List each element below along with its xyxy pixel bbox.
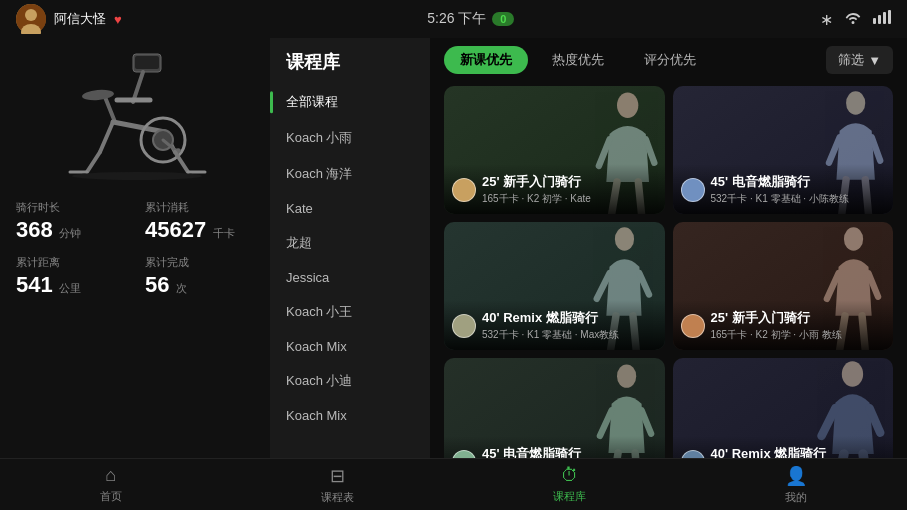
course-list-item-8[interactable]: Koach 小迪 bbox=[270, 363, 430, 399]
svg-point-30 bbox=[846, 91, 865, 114]
svg-point-1 bbox=[25, 9, 37, 21]
course-card-title-1: 45' 电音燃脂骑行 bbox=[711, 174, 849, 190]
course-list-item-5[interactable]: Jessica bbox=[270, 261, 430, 294]
course-card-info-2: 40' Remix 燃脂骑行 532千卡 · K1 零基础 · Max教练 bbox=[482, 310, 619, 342]
bottom-nav-items: ⌂ 首页 ⊟ 课程表 ⏱ 课程库 👤 我的 bbox=[0, 461, 907, 509]
bluetooth-icon: ∗ bbox=[820, 10, 833, 29]
course-card-header-0: 25' 新手入门骑行 165千卡 · K2 初学 · Kate bbox=[452, 174, 655, 206]
course-card-info-1: 45' 电音燃脂骑行 532千卡 · K1 零基础 · 小陈教练 bbox=[711, 174, 849, 206]
nav-icon-0: ⌂ bbox=[105, 465, 116, 486]
username-label: 阿信大怪 bbox=[54, 10, 106, 28]
nav-label-0: 首页 bbox=[100, 489, 122, 504]
course-list: 全部课程Koach 小雨Koach 海洋Kate龙超JessicaKoach 小… bbox=[270, 84, 430, 432]
svg-line-37 bbox=[639, 273, 649, 294]
sort-filter-button[interactable]: 筛选 ▼ bbox=[826, 46, 893, 74]
nav-item-课程表[interactable]: ⊟ 课程表 bbox=[301, 461, 374, 509]
course-card-1[interactable]: 45' 电音燃脂骑行 532千卡 · K1 零基础 · 小陈教练 bbox=[673, 86, 894, 214]
svg-point-25 bbox=[617, 92, 638, 118]
svg-line-13 bbox=[113, 122, 165, 132]
course-card-meta-1: 532千卡 · K1 零基础 · 小陈教练 bbox=[711, 192, 849, 206]
svg-line-20 bbox=[87, 152, 100, 172]
svg-rect-8 bbox=[135, 56, 159, 69]
course-card-2[interactable]: 40' Remix 燃脂骑行 532千卡 · K1 零基础 · Max教练 bbox=[444, 222, 665, 350]
course-card-overlay-3: 25' 新手入门骑行 165千卡 · K2 初学 · 小雨 教练 bbox=[673, 300, 894, 350]
course-list-item-6[interactable]: Koach 小王 bbox=[270, 294, 430, 330]
filter-icon: ▼ bbox=[868, 53, 881, 68]
course-card-4[interactable]: 45' 电音燃脂骑行 532千卡 · K1 零基础 · 小陈教练 bbox=[444, 358, 665, 458]
course-card-3[interactable]: 25' 新手入门骑行 165千卡 · K2 初学 · 小雨 教练 bbox=[673, 222, 894, 350]
course-list-item-1[interactable]: Koach 小雨 bbox=[270, 120, 430, 156]
course-card-overlay-0: 25' 新手入门骑行 165千卡 · K2 初学 · Kate bbox=[444, 164, 665, 214]
left-panel: 骑行时长 368 分钟 累计消耗 45627 千卡 累计距离 541 公里 bbox=[0, 38, 270, 458]
filter-btn-0[interactable]: 新课优先 bbox=[444, 46, 528, 74]
stat-label-distance: 累计距离 bbox=[16, 255, 125, 270]
bike-image bbox=[35, 42, 235, 192]
course-card-meta-2: 532千卡 · K1 零基础 · Max教练 bbox=[482, 328, 619, 342]
course-card-header-1: 45' 电音燃脂骑行 532千卡 · K1 零基础 · 小陈教练 bbox=[681, 174, 884, 206]
nav-item-我的[interactable]: 👤 我的 bbox=[765, 461, 827, 509]
course-card-header-2: 40' Remix 燃脂骑行 532千卡 · K1 零基础 · Max教练 bbox=[452, 310, 655, 342]
stat-distance: 累计距离 541 公里 bbox=[16, 255, 125, 298]
nav-item-首页[interactable]: ⌂ 首页 bbox=[80, 461, 142, 509]
stat-value-distance: 541 bbox=[16, 272, 53, 297]
trainer-avatar-4 bbox=[452, 450, 476, 458]
svg-line-14 bbox=[100, 122, 113, 152]
svg-line-22 bbox=[175, 152, 188, 172]
top-bar-center: 5:26 下午 0 bbox=[427, 10, 514, 28]
svg-line-36 bbox=[596, 273, 609, 299]
filter-btn-1[interactable]: 热度优先 bbox=[536, 46, 620, 74]
nav-label-2: 课程库 bbox=[553, 489, 586, 504]
course-card-title-4: 45' 电音燃脂骑行 bbox=[482, 446, 620, 458]
stat-value-ride-duration: 368 bbox=[16, 217, 53, 242]
heart-icon: ♥ bbox=[114, 12, 122, 27]
stat-label-completions: 累计完成 bbox=[145, 255, 254, 270]
stat-ride-duration: 骑行时长 368 分钟 bbox=[16, 200, 125, 243]
course-list-item-4[interactable]: 龙超 bbox=[270, 225, 430, 261]
stat-calories: 累计消耗 45627 千卡 bbox=[145, 200, 254, 243]
top-bar: 阿信大怪 ♥ 5:26 下午 0 ∗ bbox=[0, 0, 907, 38]
stat-value-completions: 56 bbox=[145, 272, 169, 297]
course-card-meta-3: 165千卡 · K2 初学 · 小雨 教练 bbox=[711, 328, 842, 342]
trainer-avatar-2 bbox=[452, 314, 476, 338]
svg-point-12 bbox=[82, 89, 115, 102]
svg-rect-3 bbox=[873, 18, 876, 24]
nav-icon-3: 👤 bbox=[785, 465, 807, 487]
course-card-header-3: 25' 新手入门骑行 165千卡 · K2 初学 · 小雨 教练 bbox=[681, 310, 884, 342]
course-card-title-5: 40' Remix 燃脂骑行 bbox=[711, 446, 848, 458]
course-card-5[interactable]: 40' Remix 燃脂骑行 532千卡 · K1 零基础 · Max教练 bbox=[673, 358, 894, 458]
course-list-item-7[interactable]: Koach Mix bbox=[270, 330, 430, 363]
bottom-nav: ⌂ 首页 ⊟ 课程表 ⏱ 课程库 👤 我的 bbox=[0, 458, 907, 510]
stat-label-ride-duration: 骑行时长 bbox=[16, 200, 125, 215]
center-panel: 课程库 全部课程Koach 小雨Koach 海洋Kate龙超JessicaKoa… bbox=[270, 38, 430, 458]
course-card-0[interactable]: 25' 新手入门骑行 165千卡 · K2 初学 · Kate bbox=[444, 86, 665, 214]
filter-bar: 新课优先热度优先评分优先 筛选 ▼ bbox=[430, 38, 907, 82]
course-card-overlay-2: 40' Remix 燃脂骑行 532千卡 · K1 零基础 · Max教练 bbox=[444, 300, 665, 350]
nav-label-1: 课程表 bbox=[321, 490, 354, 505]
trainer-avatar-0 bbox=[452, 178, 476, 202]
filter-btn-2[interactable]: 评分优先 bbox=[628, 46, 712, 74]
course-card-meta-0: 165千卡 · K2 初学 · Kate bbox=[482, 192, 591, 206]
course-card-title-2: 40' Remix 燃脂骑行 bbox=[482, 310, 619, 326]
svg-line-11 bbox=[105, 97, 115, 122]
nav-item-课程库[interactable]: ⏱ 课程库 bbox=[533, 461, 606, 509]
courses-grid: 25' 新手入门骑行 165千卡 · K2 初学 · Kate 45' 电音燃脂… bbox=[430, 82, 907, 458]
top-bar-right: ∗ bbox=[820, 10, 891, 29]
course-list-item-3[interactable]: Kate bbox=[270, 192, 430, 225]
course-card-overlay-4: 45' 电音燃脂骑行 532千卡 · K1 零基础 · 小陈教练 bbox=[444, 436, 665, 458]
course-card-info-0: 25' 新手入门骑行 165千卡 · K2 初学 · Kate bbox=[482, 174, 591, 206]
signal-icon bbox=[873, 10, 891, 28]
course-list-item-2[interactable]: Koach 海洋 bbox=[270, 156, 430, 192]
wifi-icon bbox=[845, 10, 861, 28]
svg-point-40 bbox=[844, 227, 863, 250]
course-list-item-9[interactable]: Koach Mix bbox=[270, 399, 430, 432]
stat-unit-ride-duration: 分钟 bbox=[59, 227, 81, 239]
nav-icon-2: ⏱ bbox=[561, 465, 579, 486]
svg-point-50 bbox=[842, 361, 863, 387]
main-content: 骑行时长 368 分钟 累计消耗 45627 千卡 累计距离 541 公里 bbox=[0, 38, 907, 458]
course-card-title-0: 25' 新手入门骑行 bbox=[482, 174, 591, 190]
stat-completions: 累计完成 56 次 bbox=[145, 255, 254, 298]
course-list-item-0[interactable]: 全部课程 bbox=[270, 84, 430, 120]
course-card-info-4: 45' 电音燃脂骑行 532千卡 · K1 零基础 · 小陈教练 bbox=[482, 446, 620, 458]
center-panel-title: 课程库 bbox=[270, 38, 430, 84]
stats-grid: 骑行时长 368 分钟 累计消耗 45627 千卡 累计距离 541 公里 bbox=[16, 200, 254, 298]
